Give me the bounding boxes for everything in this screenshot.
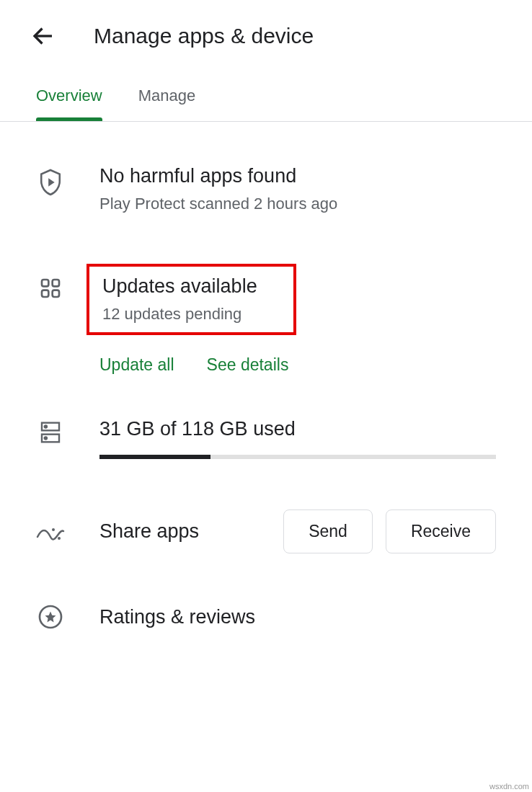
page-title: Manage apps & device (94, 24, 314, 48)
updates-subtitle: 12 updates pending (102, 305, 257, 324)
svg-point-11 (58, 537, 61, 540)
svg-rect-3 (53, 280, 59, 286)
svg-point-10 (52, 528, 55, 531)
share-label: Share apps (99, 520, 249, 543)
svg-point-9 (45, 437, 47, 439)
protect-title: No harmful apps found (99, 165, 496, 187)
updates-highlight: Updates available 12 updates pending (87, 264, 296, 335)
svg-marker-13 (45, 612, 56, 623)
storage-section[interactable]: 31 GB of 118 GB used (36, 418, 496, 459)
watermark: wsxdn.com (489, 782, 529, 791)
star-circle-icon (37, 604, 63, 630)
svg-rect-2 (42, 280, 48, 286)
share-apps-section: Share apps Send Receive (36, 510, 496, 553)
send-button[interactable]: Send (283, 510, 373, 553)
svg-rect-4 (42, 290, 48, 297)
tabs: Overview Manage (0, 72, 532, 122)
ratings-section[interactable]: Ratings & reviews (36, 604, 496, 630)
svg-marker-1 (48, 178, 55, 186)
svg-point-8 (45, 425, 47, 427)
svg-rect-5 (53, 290, 59, 297)
back-button[interactable] (29, 22, 58, 50)
storage-label: 31 GB of 118 GB used (99, 418, 496, 440)
ratings-label: Ratings & reviews (99, 606, 255, 628)
updates-section[interactable]: Updates available 12 updates pending Upd… (36, 264, 496, 375)
play-protect-section[interactable]: No harmful apps found Play Protect scann… (36, 165, 496, 213)
tab-overview[interactable]: Overview (36, 72, 102, 121)
tab-manage[interactable]: Manage (138, 72, 196, 121)
update-all-button[interactable]: Update all (99, 355, 174, 375)
shield-play-icon (38, 168, 63, 197)
protect-subtitle: Play Protect scanned 2 hours ago (99, 195, 496, 213)
storage-progress-fill (99, 455, 210, 459)
storage-icon (39, 419, 62, 445)
see-details-button[interactable]: See details (207, 355, 289, 375)
updates-title: Updates available (102, 275, 257, 298)
storage-progress (99, 455, 496, 459)
receive-button[interactable]: Receive (386, 510, 496, 553)
apps-grid-icon (39, 277, 62, 300)
arrow-left-icon (30, 23, 56, 49)
share-icon (36, 524, 65, 543)
